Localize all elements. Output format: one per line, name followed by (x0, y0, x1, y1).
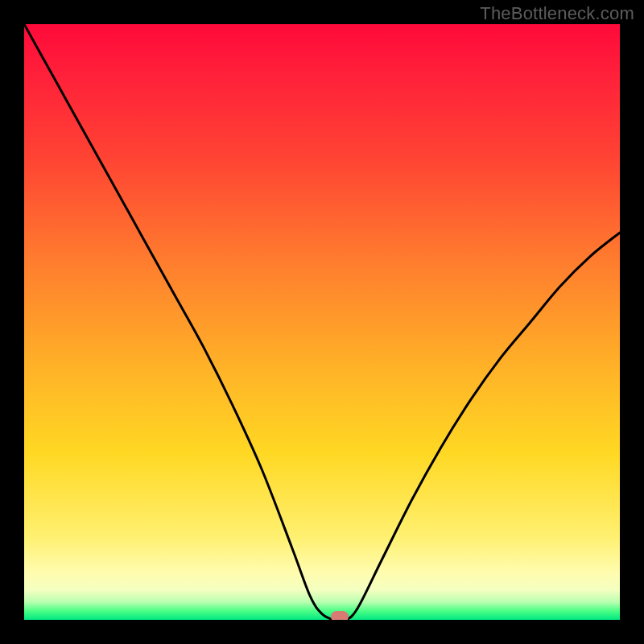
plot-area (24, 24, 620, 620)
watermark-text: TheBottleneck.com (480, 3, 634, 24)
optimal-marker (331, 611, 349, 620)
bottleneck-curve (24, 24, 620, 620)
chart-frame: TheBottleneck.com (0, 0, 644, 644)
